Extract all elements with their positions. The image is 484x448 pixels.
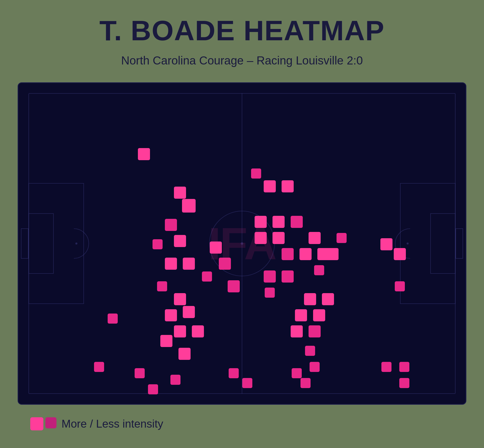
heatmap-dot <box>322 293 334 305</box>
heatmap-dot <box>153 239 163 249</box>
heatmap-dot <box>192 325 204 337</box>
right-goal <box>456 228 463 259</box>
heatmap-dot <box>160 335 172 347</box>
legend-label: More / Less intensity <box>62 418 163 430</box>
heatmap-dot <box>291 325 303 337</box>
heatmap-dot <box>165 309 177 321</box>
heatmap-dot <box>135 368 145 378</box>
heatmap-dot <box>309 232 321 244</box>
heatmap-dot <box>170 375 180 385</box>
heatmap-dot <box>292 368 302 378</box>
heatmap-dot <box>108 314 118 324</box>
left-goal-box <box>28 213 54 274</box>
heatmap-dot <box>210 242 222 254</box>
heatmap-dot <box>148 384 158 394</box>
heatmap-dot <box>399 362 409 372</box>
heatmap-dot <box>381 362 391 372</box>
heatmap-dot <box>264 270 276 283</box>
heatmap-dot <box>157 281 167 291</box>
heatmap-dot <box>313 309 325 321</box>
heatmap-dot <box>228 280 240 292</box>
heatmap-dot <box>255 232 267 244</box>
heatmap-dot <box>174 293 186 305</box>
heatmap-dot <box>305 346 315 356</box>
heatmap-dot <box>395 281 405 291</box>
heatmap-dot <box>300 378 311 388</box>
heatmap-dot <box>265 288 275 298</box>
heatmap-dot <box>304 293 316 305</box>
legend: More / Less intensity <box>30 417 163 430</box>
heatmap-dot <box>94 362 104 372</box>
heatmap-dot <box>264 180 276 192</box>
legend-dots <box>30 417 56 430</box>
heatmap-dot <box>138 148 150 160</box>
heatmap-dot <box>219 258 231 270</box>
heatmap-dot <box>165 219 177 231</box>
heatmap-dot <box>174 325 186 337</box>
heatmap-dot <box>273 232 285 244</box>
heatmap-dot <box>165 258 177 270</box>
heatmap-dot <box>273 216 285 228</box>
legend-dot-more <box>30 417 43 430</box>
page-title: T. BOADE HEATMAP <box>99 15 384 46</box>
heatmap-dot <box>183 258 195 270</box>
heatmap-dot <box>282 270 294 283</box>
heatmap-dot <box>242 378 252 388</box>
heatmap-dot <box>295 309 307 321</box>
heatmap-dot <box>299 248 312 260</box>
heatmap-dot <box>174 235 186 247</box>
left-goal <box>21 228 28 259</box>
legend-dot-less <box>45 417 56 428</box>
heatmap-dot <box>399 378 409 388</box>
right-penalty-spot <box>407 243 409 245</box>
heatmap-dot <box>326 248 339 260</box>
heatmap-dot <box>251 168 261 179</box>
heatmap-dot <box>314 265 324 275</box>
heatmap-dot <box>394 248 406 260</box>
right-goal-box <box>430 213 456 274</box>
heatmap-dot <box>309 325 321 337</box>
heatmap-dot <box>255 216 267 228</box>
heatmap-dot <box>310 362 320 372</box>
heatmap-dot <box>337 233 347 243</box>
match-subtitle: North Carolina Courage – Racing Louisvil… <box>121 54 363 67</box>
heatmap-dot <box>174 187 186 199</box>
left-penalty-spot <box>75 243 77 245</box>
heatmap-dot <box>202 271 212 282</box>
heatmap-dot <box>182 199 196 213</box>
heatmap-dot <box>282 248 294 260</box>
heatmap-dot <box>282 180 294 192</box>
heatmap-dot <box>380 238 392 250</box>
center-dot <box>241 242 243 245</box>
heatmap-dot <box>291 216 303 228</box>
heatmap-dot <box>178 348 191 360</box>
heatmap-pitch: IFA <box>18 82 466 405</box>
heatmap-dot <box>183 306 195 318</box>
heatmap-dot <box>229 368 239 378</box>
